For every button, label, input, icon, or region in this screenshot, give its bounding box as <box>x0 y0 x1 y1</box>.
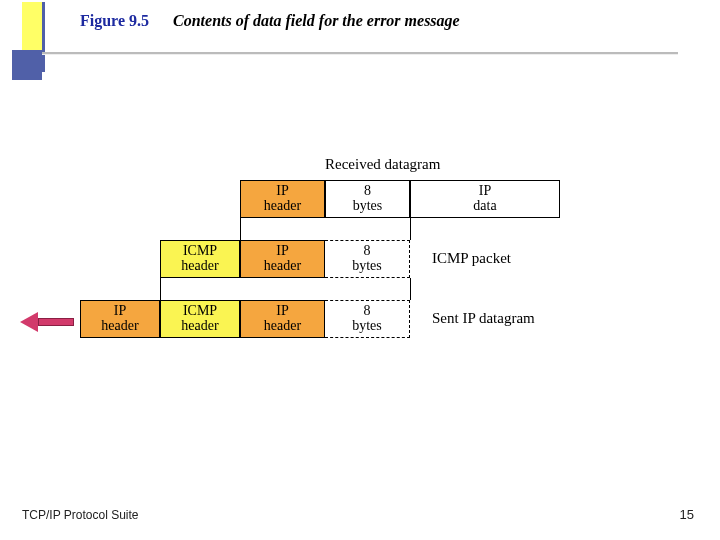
footer-text: TCP/IP Protocol Suite <box>22 508 139 522</box>
row-received: IP header 8 bytes IP data <box>240 180 560 220</box>
cell-ip-header: IP header <box>240 240 325 278</box>
row-sent-datagram: IP header ICMP header IP header 8 bytes … <box>80 300 500 340</box>
row-icmp-packet: ICMP header IP header 8 bytes ICMP packe… <box>160 240 500 280</box>
connector <box>240 218 241 240</box>
cell-8-bytes: 8 bytes <box>325 180 410 218</box>
slide: Figure 9.5 Contents of data field for th… <box>0 0 720 540</box>
cell-icmp-header: ICMP header <box>160 240 240 278</box>
connector <box>410 278 411 300</box>
connector <box>160 278 161 300</box>
cell-icmp-header: ICMP header <box>160 300 240 338</box>
cell-ip-data: IP data <box>410 180 560 218</box>
figure-number: Figure 9.5 <box>80 12 149 29</box>
divider-shadow <box>42 54 678 55</box>
label-icmp-packet: ICMP packet <box>432 250 511 267</box>
cell-ip-header: IP header <box>240 300 325 338</box>
connector <box>410 218 411 240</box>
label-sent-datagram: Sent IP datagram <box>432 310 535 327</box>
slide-title: Figure 9.5 Contents of data field for th… <box>80 12 460 30</box>
decor-square <box>12 50 42 80</box>
cell-8-bytes: 8 bytes <box>325 240 410 278</box>
cell-ip-header: IP header <box>80 300 160 338</box>
cell-ip-header: IP header <box>240 180 325 218</box>
cell-8-bytes: 8 bytes <box>325 300 410 338</box>
diagram: Received datagram IP header 8 bytes IP d… <box>80 180 560 340</box>
figure-caption: Contents of data field for the error mes… <box>173 12 460 29</box>
label-received-datagram: Received datagram <box>325 156 440 173</box>
page-number: 15 <box>680 507 694 522</box>
